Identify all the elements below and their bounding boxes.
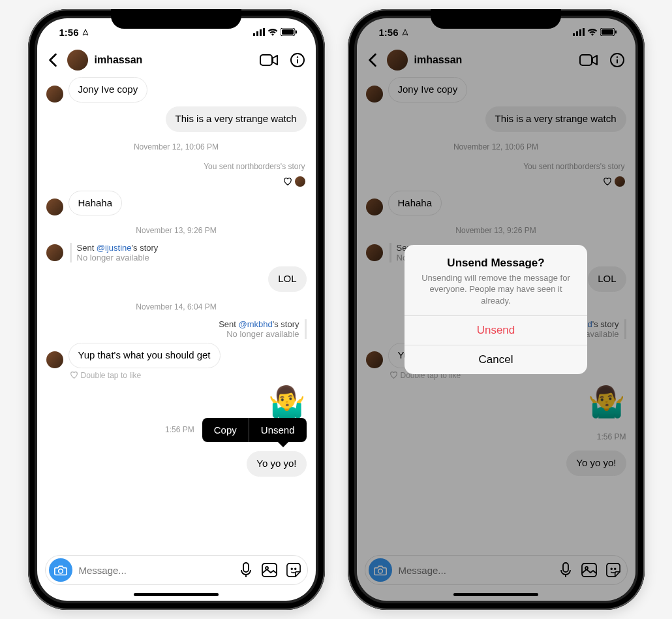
like-hint: Double tap to like	[46, 371, 307, 380]
mention[interactable]: @mkbhd	[239, 319, 273, 329]
message-row: LOL	[46, 266, 307, 292]
composer	[45, 555, 308, 585]
svg-rect-1	[256, 31, 258, 36]
story-ref[interactable]: Sent @ijustine's story No longer availab…	[70, 243, 159, 262]
svg-rect-5	[282, 29, 294, 35]
sticker-icon[interactable]	[286, 563, 301, 577]
message-bubble[interactable]: Yup that's what you should get	[69, 343, 221, 368]
reactor-avatar	[295, 176, 305, 187]
chevron-left-icon	[48, 53, 57, 67]
mic-icon[interactable]	[239, 562, 252, 578]
chat-username[interactable]: imhassan	[95, 54, 253, 66]
message-bubble[interactable]: LOL	[268, 266, 306, 292]
svg-rect-0	[253, 33, 255, 36]
svg-marker-8	[273, 56, 277, 65]
notch	[431, 9, 561, 29]
svg-rect-15	[262, 563, 277, 577]
message-bubble[interactable]: Jony Ive copy	[69, 77, 148, 103]
unsend-action[interactable]: Unsend	[249, 418, 307, 442]
alert-unsend-button[interactable]: Unsend	[405, 315, 587, 345]
message-row: Jony Ive copy	[46, 77, 307, 103]
message-row: Yo yo yo!	[46, 451, 307, 477]
message-time: 1:56 PM	[165, 425, 194, 434]
status-right	[253, 28, 298, 36]
emoji-message[interactable]: 🤷‍♂️	[46, 384, 307, 419]
heart-icon[interactable]	[283, 177, 292, 186]
timestamp: November 13, 9:26 PM	[46, 226, 307, 235]
context-menu-row: 1:56 PM Copy Unsend	[46, 418, 307, 442]
message-bubble[interactable]: This is a very strange watch	[166, 106, 307, 132]
sender-avatar[interactable]	[46, 244, 63, 261]
sender-avatar[interactable]	[46, 86, 63, 103]
battery-icon	[281, 28, 298, 36]
message-list[interactable]: Jony Ive copy This is a very strange wat…	[37, 77, 316, 550]
unsend-alert: Unsend Message? Unsending will remove th…	[405, 245, 587, 375]
svg-rect-3	[263, 28, 265, 36]
camera-button[interactable]	[49, 558, 72, 582]
message-input[interactable]	[79, 565, 233, 576]
back-button[interactable]	[45, 53, 61, 67]
copy-action[interactable]: Copy	[202, 418, 249, 442]
svg-point-12	[58, 569, 63, 573]
message-bubble[interactable]: Hahaha	[69, 191, 123, 216]
message-row: Hahaha	[46, 191, 307, 216]
video-call-icon[interactable]	[260, 54, 278, 67]
camera-icon	[54, 564, 67, 576]
info-icon[interactable]	[290, 52, 305, 68]
story-ref-row: Sent @ijustine's story No longer availab…	[46, 243, 307, 262]
phone-left: 1:56 imhassan Jony Ive copy	[28, 9, 325, 610]
svg-point-18	[294, 568, 296, 569]
story-ref[interactable]: Sent @mkbhd's story No longer available	[219, 319, 306, 339]
alert-title: Unsend Message?	[418, 257, 574, 270]
screen: 1:56 imhassan Jony Ive copy	[37, 18, 316, 601]
timestamp: November 12, 10:06 PM	[46, 142, 307, 151]
svg-rect-6	[296, 31, 297, 34]
screen: 1:56 imhassan Jony Ive copy	[357, 18, 635, 601]
story-sent-label: You sent northborders's story	[46, 162, 307, 171]
wifi-icon	[267, 28, 278, 36]
home-indicator[interactable]	[37, 592, 316, 601]
alert-message: Unsending will remove the message for ev…	[418, 272, 574, 307]
modal-overlay[interactable]: Unsend Message? Unsending will remove th…	[357, 18, 635, 601]
svg-point-10	[296, 56, 298, 57]
reaction-row	[46, 176, 307, 187]
popover-arrow-icon	[278, 442, 288, 447]
signal-icon	[253, 28, 265, 36]
sender-avatar[interactable]	[46, 351, 63, 368]
svg-rect-13	[243, 563, 249, 572]
nav-bar: imhassan	[37, 46, 316, 77]
message-row: Yup that's what you should get	[46, 343, 307, 368]
phone-right: 1:56 imhassan Jony Ive copy	[348, 9, 645, 610]
sender-avatar[interactable]	[46, 198, 63, 215]
svg-point-17	[291, 568, 292, 569]
status-time: 1:56	[59, 27, 89, 38]
notch	[111, 9, 241, 29]
timestamp: November 14, 6:04 PM	[46, 302, 307, 311]
svg-rect-2	[260, 29, 262, 36]
message-row: This is a very strange watch	[46, 106, 307, 132]
heart-outline-icon	[70, 371, 78, 379]
gallery-icon[interactable]	[262, 563, 277, 577]
message-bubble-selected[interactable]: Yo yo yo!	[247, 451, 306, 477]
avatar[interactable]	[67, 50, 88, 71]
svg-rect-7	[260, 55, 272, 65]
story-ref-row: Sent @mkbhd's story No longer available	[46, 319, 307, 339]
context-menu: Copy Unsend	[202, 418, 307, 442]
alert-cancel-button[interactable]: Cancel	[405, 345, 587, 374]
mention[interactable]: @ijustine	[97, 243, 132, 253]
